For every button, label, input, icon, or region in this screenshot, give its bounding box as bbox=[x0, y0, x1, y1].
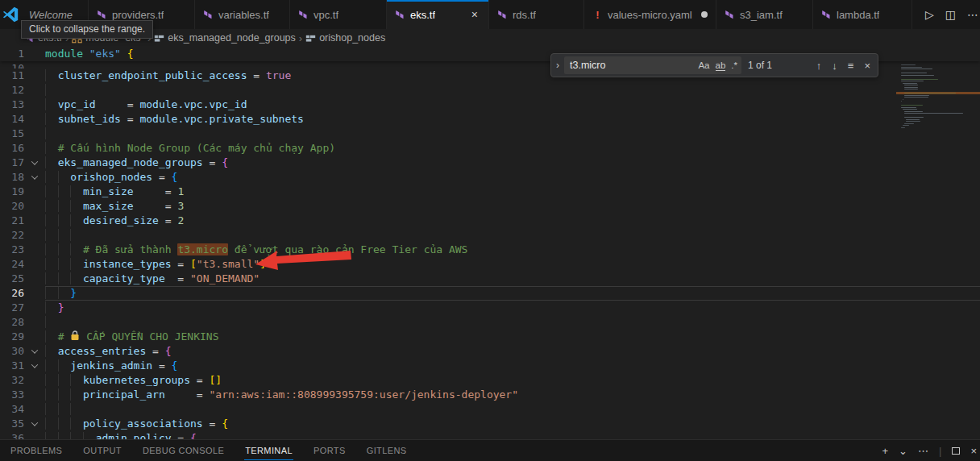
code-text[interactable] bbox=[45, 83, 58, 98]
code-token bbox=[45, 156, 58, 168]
code-line-22: 22 bbox=[0, 228, 980, 243]
code-text[interactable]: access_entries = { bbox=[45, 344, 172, 359]
code-text[interactable]: admin_policy = { bbox=[45, 431, 197, 439]
code-token: = bbox=[134, 185, 178, 197]
code-text[interactable] bbox=[45, 127, 58, 141]
code-line-16: 16 # Cấu hình Node Group (Các máy chủ ch… bbox=[0, 141, 980, 156]
code-text[interactable]: min_size = 1 bbox=[45, 185, 184, 199]
code-token: { bbox=[222, 156, 228, 168]
panel-tab-problems[interactable]: PROBLEMS bbox=[0, 440, 73, 461]
code-text[interactable]: eks_managed_node_groups = { bbox=[45, 156, 228, 170]
panel-tab-debug-console[interactable]: DEBUG CONSOLE bbox=[132, 440, 235, 461]
code-text[interactable] bbox=[45, 228, 83, 243]
code-text[interactable]: module "eks" { bbox=[45, 47, 134, 61]
code-text[interactable]: instance_types = ["t3.small"] bbox=[45, 257, 266, 272]
code-token bbox=[45, 229, 83, 241]
panel-tab-terminal[interactable]: TERMINAL bbox=[235, 440, 303, 461]
match-case-icon[interactable]: Aa bbox=[698, 60, 709, 71]
tab-vpc.tf[interactable]: vpc.tf bbox=[290, 0, 387, 29]
tab-rds.tf[interactable]: rds.tf bbox=[489, 0, 584, 29]
line-number: 24 bbox=[0, 257, 24, 272]
breadcrumb-item-3[interactable]: orishop_nodes bbox=[305, 32, 385, 44]
tab-s3_iam.tf[interactable]: s3_iam.tf bbox=[716, 0, 813, 29]
code-text[interactable]: subnet_ids = module.vpc.private_subnets bbox=[45, 112, 304, 127]
next-match-icon[interactable]: ↓ bbox=[832, 60, 837, 72]
close-tab-icon[interactable]: × bbox=[469, 8, 480, 21]
tab-eks.tf[interactable]: eks.tf× bbox=[387, 0, 489, 29]
code-token bbox=[45, 214, 83, 226]
line-number: 31 bbox=[0, 359, 24, 373]
panel-tab-ports[interactable]: PORTS bbox=[303, 440, 356, 461]
code-text[interactable]: max_size = 3 bbox=[45, 199, 184, 214]
close-find-icon[interactable]: × bbox=[864, 60, 870, 72]
panel-tab-gitlens[interactable]: GITLENS bbox=[356, 440, 417, 461]
code-token bbox=[45, 113, 58, 125]
code-line-18: 18 orishop_nodes = { bbox=[0, 170, 980, 185]
breadcrumb-item-2[interactable]: eks_managed_node_groups bbox=[154, 32, 295, 44]
code-text[interactable]: capacity_type = "ON_DEMAND" bbox=[45, 272, 260, 286]
code-token bbox=[45, 69, 58, 81]
code-text[interactable]: orishop_nodes = { bbox=[45, 170, 177, 185]
new-terminal-icon[interactable]: + bbox=[882, 445, 889, 457]
minimap[interactable] bbox=[896, 47, 980, 439]
code-text[interactable]: # CẤP QUYỀN CHO JENKINS bbox=[45, 330, 219, 344]
tab-variables.tf[interactable]: variables.tf bbox=[195, 0, 290, 29]
minimap-line bbox=[901, 73, 927, 73]
minimap-line bbox=[904, 87, 918, 88]
terraform-file-icon bbox=[395, 10, 405, 20]
code-text[interactable] bbox=[45, 402, 83, 417]
terminal-more-actions-icon[interactable]: ⋯ bbox=[918, 445, 928, 457]
code-text[interactable]: } bbox=[45, 301, 64, 315]
code-token: desired_size bbox=[83, 214, 159, 226]
code-text[interactable]: desired_size = 2 bbox=[45, 214, 184, 228]
fold-chevron-icon[interactable] bbox=[24, 359, 45, 373]
more-actions-button-icon[interactable]: ⋯ bbox=[967, 8, 978, 21]
gutter-space bbox=[24, 83, 45, 98]
code-text[interactable]: # Đã sửa thành t3.micro để vượt qua rào … bbox=[45, 243, 467, 257]
line-number: 32 bbox=[0, 373, 24, 388]
fold-chevron-icon[interactable] bbox=[24, 156, 45, 170]
gutter-space bbox=[24, 98, 45, 112]
code-text[interactable]: } bbox=[45, 286, 77, 301]
whole-word-icon[interactable]: ab bbox=[716, 60, 726, 71]
code-token: orishop_nodes bbox=[70, 171, 152, 183]
close-panel-icon[interactable]: × bbox=[970, 445, 977, 457]
find-in-selection-icon[interactable]: ≡ bbox=[848, 60, 854, 72]
line-number: 30 bbox=[0, 344, 24, 359]
line-number: 23 bbox=[0, 243, 24, 257]
fold-chevron-icon[interactable] bbox=[24, 344, 45, 359]
code-line-23: 23 # Đã sửa thành t3.micro để vượt qua r… bbox=[0, 243, 980, 257]
previous-match-icon[interactable]: ↑ bbox=[816, 60, 822, 72]
modified-dot-icon[interactable] bbox=[701, 11, 708, 18]
code-text[interactable]: cluster_endpoint_public_access = true bbox=[45, 69, 291, 83]
fold-chevron-icon[interactable] bbox=[24, 417, 45, 431]
vscode-logo-icon[interactable] bbox=[0, 0, 21, 29]
panel-tab-output[interactable]: OUTPUT bbox=[73, 440, 132, 461]
tab-values-micro.yaml[interactable]: !values-micro.yaml bbox=[584, 0, 716, 29]
code-token: = bbox=[203, 156, 222, 168]
code-text[interactable] bbox=[45, 315, 58, 330]
code-text[interactable]: principal_arn = "arn:aws:iam::8089993957… bbox=[45, 388, 518, 402]
code-text[interactable]: kubernetes_groups = [] bbox=[45, 373, 222, 388]
gutter-space bbox=[24, 315, 45, 330]
terminal-dropdown-chevron-icon[interactable]: ⌄ bbox=[899, 445, 907, 457]
tab-lambda.tf[interactable]: lambda.tf bbox=[813, 0, 912, 29]
tab-label: eks.tf bbox=[410, 9, 435, 21]
lock-emoji-icon bbox=[70, 330, 80, 343]
code-text[interactable]: # Cấu hình Node Group (Các máy chủ chạy … bbox=[45, 141, 335, 156]
fold-chevron-icon[interactable] bbox=[24, 170, 45, 185]
run-button-icon[interactable]: ▷ bbox=[925, 8, 934, 21]
code-line-28: 28 bbox=[0, 315, 980, 330]
code-text[interactable]: jenkins_admin = { bbox=[45, 359, 177, 373]
regex-icon[interactable]: .* bbox=[731, 60, 737, 71]
code-line-14: 14 subnet_ids = module.vpc.private_subne… bbox=[0, 112, 980, 127]
toggle-replace-chevron-icon[interactable]: › bbox=[551, 60, 564, 71]
line-number: 17 bbox=[0, 156, 24, 170]
maximize-panel-icon[interactable] bbox=[952, 447, 960, 455]
code-text[interactable]: policy_associations = { bbox=[45, 417, 228, 431]
code-token: { bbox=[190, 432, 197, 439]
code-text[interactable]: vpc_id = module.vpc.vpc_id bbox=[45, 98, 247, 112]
code-token bbox=[45, 359, 70, 372]
minimap-line bbox=[904, 95, 928, 96]
split-editor-button-icon[interactable]: ◫ bbox=[945, 8, 956, 21]
